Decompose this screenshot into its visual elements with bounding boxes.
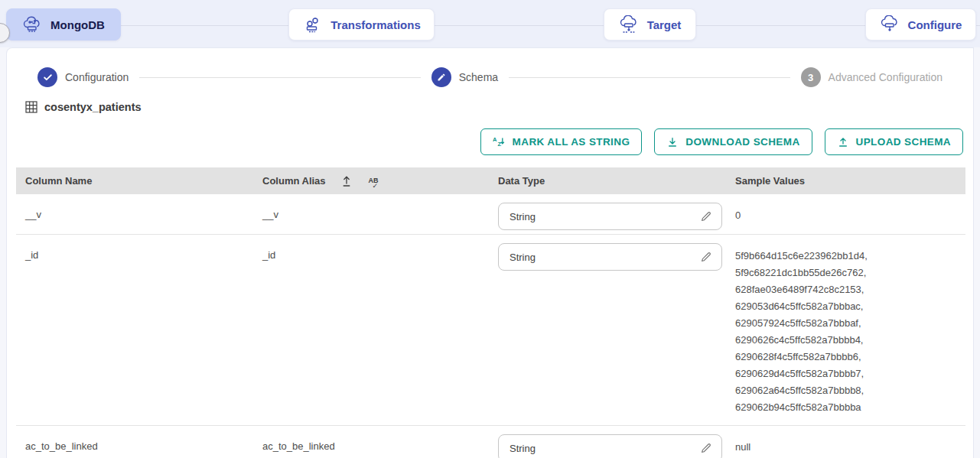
column-alias-cell: _id bbox=[253, 235, 489, 425]
schema-table: Column Name Column Alias AB✓ Data Type S… bbox=[16, 167, 965, 458]
alias-edit-all-icon[interactable]: AB✓ bbox=[369, 177, 379, 184]
tab-mongodb[interactable]: MongoDB bbox=[6, 8, 121, 41]
tab-label: Transformations bbox=[330, 18, 421, 31]
pipeline-tab-bar: MongoDB Transformations Target Configure bbox=[0, 0, 980, 47]
step-label: Schema bbox=[459, 71, 498, 83]
collection-name: cosentyx_patients bbox=[44, 101, 142, 113]
schema-table-header: Column Name Column Alias AB✓ Data Type S… bbox=[16, 167, 965, 194]
mongodb-cloud-icon bbox=[22, 15, 43, 34]
tab-target[interactable]: Target bbox=[604, 8, 696, 41]
schema-panel: Configuration Schema 3 Advanced Configur… bbox=[6, 47, 974, 458]
sort-alias-icon[interactable] bbox=[341, 175, 352, 187]
step-configuration[interactable]: Configuration bbox=[37, 67, 129, 87]
data-type-select[interactable]: String bbox=[498, 243, 722, 271]
configure-cloud-icon bbox=[880, 15, 900, 34]
mark-all-as-string-button[interactable]: A Z MARK ALL AS STRING bbox=[480, 128, 643, 155]
table-row: ac_to_be_linked ac_to_be_linked String n… bbox=[16, 426, 965, 458]
data-type-value: String bbox=[510, 252, 536, 263]
data-type-value: String bbox=[510, 443, 536, 454]
button-label: UPLOAD SCHEMA bbox=[856, 136, 951, 148]
tab-label: MongoDB bbox=[50, 18, 105, 31]
step-label: Configuration bbox=[65, 71, 129, 83]
download-schema-button[interactable]: DOWNLOAD SCHEMA bbox=[654, 128, 812, 155]
download-icon bbox=[666, 136, 679, 148]
button-label: DOWNLOAD SCHEMA bbox=[685, 136, 799, 148]
sample-values-cell: null bbox=[726, 426, 965, 458]
button-label: MARK ALL AS STRING bbox=[513, 136, 630, 148]
table-row: _id _id String 5f9b664d15c6e223962bb1d4,… bbox=[16, 235, 965, 426]
column-name-cell: __v bbox=[16, 194, 253, 234]
wizard-stepper: Configuration Schema 3 Advanced Configur… bbox=[7, 48, 973, 87]
table-row: __v __v String 0 bbox=[16, 194, 965, 235]
collection-title-row: cosentyx_patients bbox=[7, 87, 973, 113]
data-type-value: String bbox=[510, 211, 536, 223]
sort-by-alpha-icon: A Z bbox=[493, 136, 506, 148]
header-sample-values: Sample Values bbox=[726, 175, 965, 187]
target-cloud-icon bbox=[619, 15, 640, 34]
data-type-select[interactable]: String bbox=[498, 203, 722, 230]
step-number: 3 bbox=[801, 67, 821, 87]
schema-actions: A Z MARK ALL AS STRING DOWNLOAD SCHEMA U… bbox=[7, 113, 973, 155]
upload-schema-button[interactable]: UPLOAD SCHEMA bbox=[825, 128, 963, 155]
transformations-icon bbox=[302, 15, 323, 34]
header-column-name: Column Name bbox=[16, 175, 253, 187]
svg-text:Z: Z bbox=[497, 141, 501, 148]
svg-text:A: A bbox=[493, 136, 497, 143]
sample-values-cell: 0 bbox=[726, 194, 965, 234]
tab-label: Target bbox=[647, 18, 682, 31]
stepper-connector bbox=[139, 77, 420, 78]
step-edit-icon bbox=[431, 67, 451, 87]
tab-transformations[interactable]: Transformations bbox=[288, 8, 435, 41]
edit-pencil-icon[interactable] bbox=[700, 442, 712, 454]
column-alias-cell: __v bbox=[253, 194, 489, 234]
column-alias-cell: ac_to_be_linked bbox=[253, 426, 489, 458]
column-name-cell: _id bbox=[16, 235, 253, 425]
upload-icon bbox=[837, 136, 849, 148]
stepper-connector bbox=[509, 77, 790, 78]
tab-label: Configure bbox=[908, 18, 962, 31]
sample-values-cell: 5f9b664d15c6e223962bb1d4, 5f9c68221dc1bb… bbox=[726, 235, 965, 425]
table-grid-icon bbox=[25, 101, 37, 113]
data-type-select[interactable]: String bbox=[498, 434, 722, 458]
step-label: Advanced Configuration bbox=[829, 71, 943, 83]
edit-pencil-icon[interactable] bbox=[700, 251, 712, 263]
header-data-type: Data Type bbox=[489, 175, 726, 187]
check-glyph: ✓ bbox=[373, 183, 379, 190]
tab-connector-line bbox=[0, 25, 980, 26]
step-advanced-configuration[interactable]: 3 Advanced Configuration bbox=[801, 67, 943, 87]
tab-configure[interactable]: Configure bbox=[865, 8, 976, 41]
column-name-cell: ac_to_be_linked bbox=[16, 426, 253, 458]
step-schema[interactable]: Schema bbox=[431, 67, 498, 87]
header-column-alias: Column Alias bbox=[262, 175, 326, 187]
step-check-icon bbox=[37, 67, 57, 87]
edit-pencil-icon[interactable] bbox=[700, 210, 712, 223]
